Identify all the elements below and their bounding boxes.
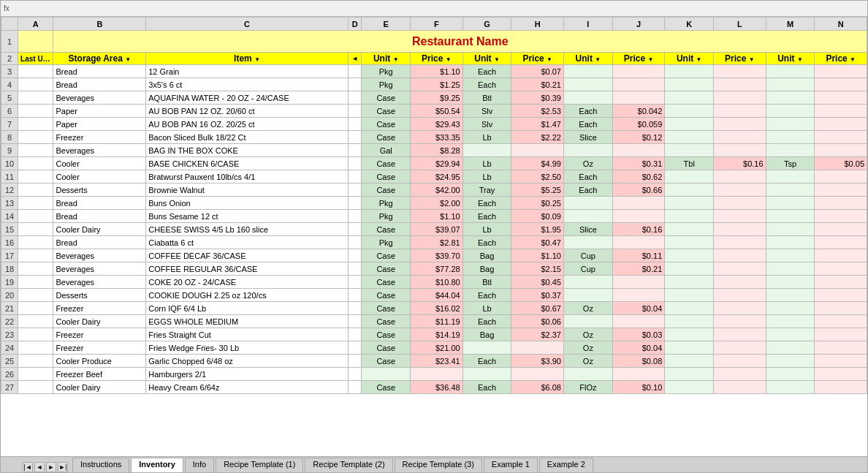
row-num-22: 22 [1,315,18,328]
unit-4-row-5 [665,91,714,105]
price-3-row-6: $0.042 [612,105,664,118]
tab-recipe-template-(2)[interactable]: Recipe Template (2) [305,458,392,472]
price-3-row-16 [612,236,664,249]
col-a-8 [18,131,53,144]
unit-5-row-6 [766,105,815,118]
unit-3-row-8: Slice [563,131,612,144]
unit-1-row-23: Case [362,328,411,341]
price-1-row-16: $2.81 [411,236,462,249]
col-header-b: B [53,18,146,31]
storage-cell-12: Desserts [53,183,146,197]
storage-cell-23: Freezer [53,328,146,341]
row-num-25: 25 [1,355,18,368]
price-3-row-10: $0.31 [612,157,664,170]
tab-instructions[interactable]: Instructions [72,458,129,472]
tab-inventory[interactable]: Inventory [131,458,183,472]
row-num-11: 11 [1,170,18,183]
price3-header[interactable]: Price ▼ [612,53,664,65]
price-2-row-4: $0.21 [511,78,563,91]
item-cell-20: COOKIE DOUGH 2.25 oz 120/cs [146,289,349,302]
unit4-header[interactable]: Unit ▼ [665,53,714,65]
price-2-row-7: $1.47 [511,118,563,131]
tab-recipe-template-(1)[interactable]: Recipe Template (1) [216,458,303,472]
price2-header[interactable]: Price ▼ [511,53,563,65]
formula-bar: fx [1,1,867,17]
price-4-row-4 [714,78,766,91]
price-5-row-23 [815,328,867,341]
tab-bar: |◄ ◄ ► ►| InstructionsInventoryInfoRecip… [1,456,867,472]
unit-3-row-22 [563,315,612,328]
unit-2-row-14: Each [462,210,511,223]
item-header[interactable]: Item ▼ [146,53,349,65]
unit1-header[interactable]: Unit ▼ [362,53,411,65]
storage-cell-24: Freezer [53,341,146,355]
col-d-25 [348,355,361,368]
unit5-header[interactable]: Unit ▼ [766,53,815,65]
col-a-20 [18,289,53,302]
col-a-5 [18,91,53,105]
price-3-row-19 [612,276,664,289]
unit-4-row-22 [665,315,714,328]
unit-1-row-20: Case [362,289,411,302]
unit2-header[interactable]: Unit ▼ [462,53,511,65]
price5-header[interactable]: Price ▼ [815,53,867,65]
price-4-row-26 [714,368,766,381]
tab-nav-prev[interactable]: ◄ [34,462,45,472]
tab-nav-first[interactable]: |◄ [23,462,33,472]
price-2-row-8: $2.22 [511,131,563,144]
unit-4-row-10: Tbl [665,157,714,170]
tab-nav[interactable]: |◄ ◄ ► ►| [23,462,69,472]
unit-1-row-12: Case [362,183,411,197]
price4-header[interactable]: Price ▼ [714,53,766,65]
storage-area-header[interactable]: Storage Area ▼ [53,53,146,65]
price-1-row-11: $24.95 [411,170,462,183]
price-3-row-12: $0.66 [612,183,664,197]
storage-cell-7: Paper [53,118,146,131]
unit-1-row-22: Case [362,315,411,328]
unit-4-row-7 [665,118,714,131]
unit-3-row-15: Slice [563,223,612,236]
tab-info[interactable]: Info [185,458,214,472]
storage-cell-26: Freezer Beef [53,368,146,381]
unit-4-row-17 [665,249,714,262]
price1-header[interactable]: Price ▼ [411,53,462,65]
col-a-12 [18,183,53,197]
col-d-5 [348,91,361,105]
unit-3-row-25: Oz [563,355,612,368]
table-row: 6PaperAU BOB PAN 12 OZ. 20/60 ctCase$50.… [1,105,867,118]
tab-recipe-template-(3)[interactable]: Recipe Template (3) [395,458,482,472]
tab-example-2[interactable]: Example 2 [539,458,593,472]
unit-5-row-17 [766,249,815,262]
price-5-row-20 [815,289,867,302]
item-cell-11: Bratwurst Pauxent 10lb/cs 4/1 [146,170,349,183]
tab-nav-last[interactable]: ►| [58,462,68,472]
unit-2-row-17: Bag [462,249,511,262]
last-update-header[interactable]: Last Upda... ▼ [18,53,53,65]
unit-1-row-18: Case [362,262,411,276]
unit-1-row-3: Pkg [362,65,411,78]
table-row: 22Cooler DairyEGGS WHOLE MEDIUMCase$11.1… [1,315,867,328]
unit-5-row-22 [766,315,815,328]
row-num-19: 19 [1,276,18,289]
unit3-header[interactable]: Unit ▼ [563,53,612,65]
unit-5-row-27 [766,381,815,394]
storage-cell-16: Bread [53,236,146,249]
unit-5-row-25 [766,355,815,368]
price-3-row-18: $0.21 [612,262,664,276]
price-4-row-20 [714,289,766,302]
unit-3-row-16 [563,236,612,249]
row-num-3: 3 [1,65,18,78]
tab-example-1[interactable]: Example 1 [484,458,538,472]
price-5-row-27 [815,381,867,394]
unit-4-row-14 [665,210,714,223]
unit-3-row-4 [563,78,612,91]
row-num-26: 26 [1,368,18,381]
table-row: 5BeveragesAQUAFINA WATER - 20 OZ - 24/CA… [1,91,867,105]
price-2-row-9 [511,144,563,157]
unit-4-row-6 [665,105,714,118]
unit-4-row-16 [665,236,714,249]
price-2-row-22: $0.06 [511,315,563,328]
price-1-row-15: $39.07 [411,223,462,236]
storage-cell-22: Cooler Dairy [53,315,146,328]
tab-nav-next[interactable]: ► [46,462,56,472]
